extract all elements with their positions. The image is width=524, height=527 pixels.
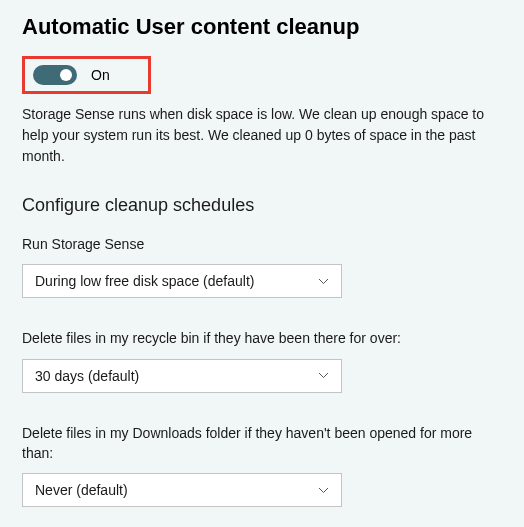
recycle-bin-field: Delete files in my recycle bin if they h… (22, 328, 502, 392)
run-storage-sense-label: Run Storage Sense (22, 234, 502, 254)
run-storage-sense-select[interactable]: During low free disk space (default) (22, 264, 342, 298)
recycle-bin-value: 30 days (default) (35, 368, 139, 384)
toggle-knob (60, 69, 72, 81)
recycle-bin-select[interactable]: 30 days (default) (22, 359, 342, 393)
highlight-annotation: On (22, 56, 151, 94)
run-storage-sense-value: During low free disk space (default) (35, 273, 254, 289)
cleanup-toggle[interactable] (33, 65, 77, 85)
downloads-label: Delete files in my Downloads folder if t… (22, 423, 502, 464)
chevron-down-icon (317, 484, 329, 496)
downloads-value: Never (default) (35, 482, 128, 498)
downloads-select[interactable]: Never (default) (22, 473, 342, 507)
chevron-down-icon (317, 370, 329, 382)
page-title: Automatic User content cleanup (22, 14, 502, 40)
recycle-bin-label: Delete files in my recycle bin if they h… (22, 328, 502, 348)
chevron-down-icon (317, 275, 329, 287)
run-storage-sense-field: Run Storage Sense During low free disk s… (22, 234, 502, 298)
cleanup-toggle-row: On (29, 61, 118, 89)
downloads-field: Delete files in my Downloads folder if t… (22, 423, 502, 508)
section-title: Configure cleanup schedules (22, 195, 502, 216)
storage-sense-description: Storage Sense runs when disk space is lo… (22, 104, 502, 167)
toggle-state-label: On (91, 67, 110, 83)
